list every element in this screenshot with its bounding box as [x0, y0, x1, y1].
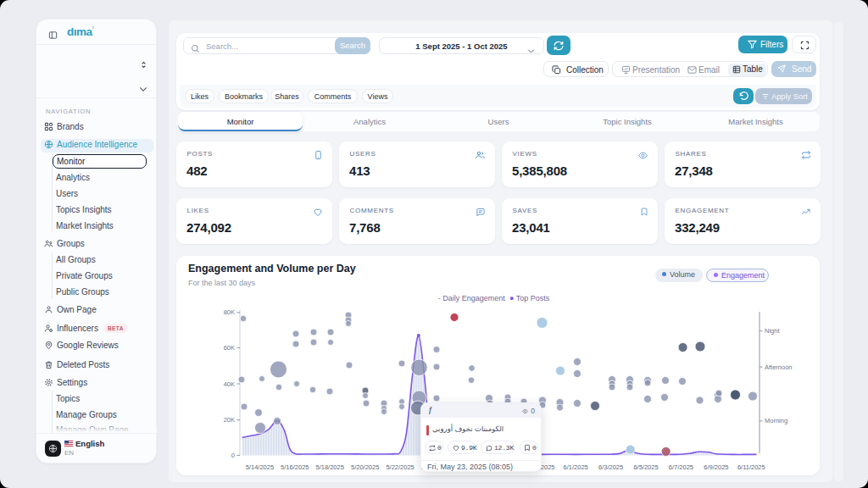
- svg-text:Afternoon: Afternoon: [765, 363, 793, 371]
- svg-text:6/7/2025: 6/7/2025: [669, 463, 693, 471]
- svg-text:40K: 40K: [224, 380, 235, 388]
- svg-text:Morning: Morning: [765, 417, 787, 424]
- svg-text:5/16/2025: 5/16/2025: [281, 463, 309, 471]
- svg-text:6/9/2025: 6/9/2025: [704, 463, 728, 471]
- svg-text:6/3/2025: 6/3/2025: [598, 463, 623, 471]
- svg-text:60K: 60K: [224, 344, 235, 352]
- svg-text:6/1/2025: 6/1/2025: [564, 463, 588, 471]
- svg-text:5/20/2025: 5/20/2025: [351, 463, 379, 471]
- svg-text:5/14/2025: 5/14/2025: [246, 463, 274, 471]
- svg-text:6/5/2025: 6/5/2025: [633, 463, 658, 471]
- svg-text:80K: 80K: [224, 308, 235, 316]
- svg-text:5/22/2025: 5/22/2025: [386, 463, 414, 471]
- svg-text:6/11/2025: 6/11/2025: [737, 463, 765, 471]
- svg-text:Night: Night: [765, 327, 780, 335]
- svg-text:5/18/2025: 5/18/2025: [316, 463, 344, 471]
- svg-text:20K: 20K: [224, 416, 235, 424]
- svg-text:0: 0: [231, 452, 235, 459]
